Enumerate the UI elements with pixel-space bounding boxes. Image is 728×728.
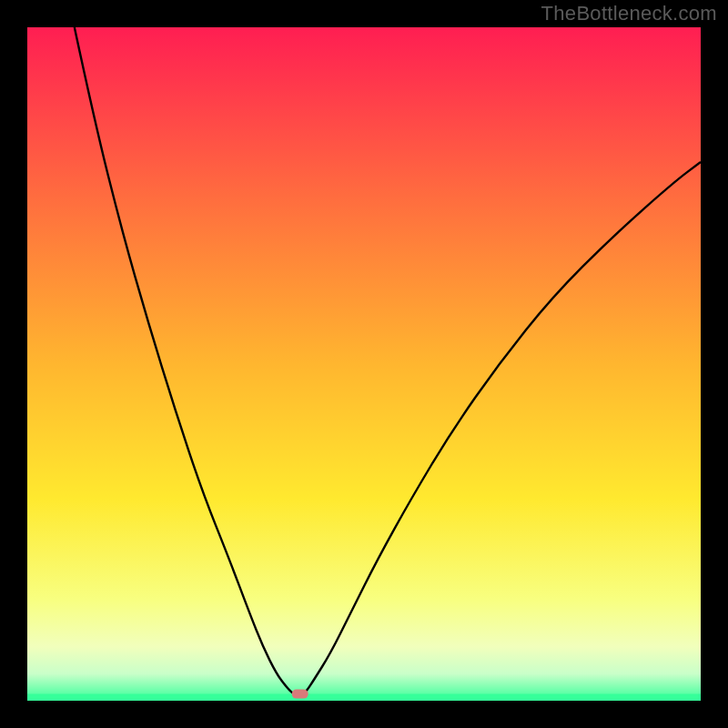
plot-area [27,27,701,701]
bottleneck-chart [27,27,701,701]
minimum-marker-icon [292,690,308,699]
optimal-band [27,694,701,701]
chart-container: TheBottleneck.com [0,0,728,728]
gradient-background [27,27,701,701]
watermark-label: TheBottleneck.com [541,2,717,25]
